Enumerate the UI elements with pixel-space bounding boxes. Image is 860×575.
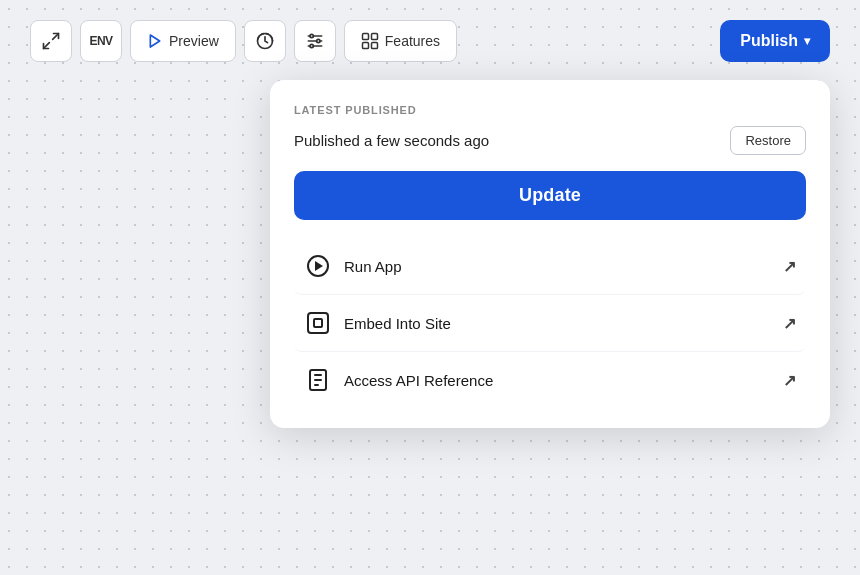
svg-rect-12 [362, 43, 368, 49]
embed-into-site-left: Embed Into Site [304, 309, 451, 337]
history-button[interactable] [244, 20, 286, 62]
run-app-left: Run App [304, 252, 402, 280]
access-api-reference-left: Access API Reference [304, 366, 493, 394]
play-circle-icon [304, 252, 332, 280]
publish-menu-list: Run App ↗ Embed Into Site ↗ [294, 238, 806, 408]
embed-arrow-icon: ↗ [783, 314, 796, 333]
svg-marker-2 [150, 35, 159, 47]
publish-button[interactable]: Publish ▾ [720, 20, 830, 62]
embed-into-site-label: Embed Into Site [344, 315, 451, 332]
preview-play-icon [147, 33, 163, 49]
settings-button[interactable] [294, 20, 336, 62]
run-app-item[interactable]: Run App ↗ [294, 238, 806, 295]
features-icon [361, 32, 379, 50]
update-button[interactable]: Update [294, 171, 806, 220]
publish-label: Publish [740, 32, 798, 50]
svg-rect-10 [362, 34, 368, 40]
run-app-arrow-icon: ↗ [783, 257, 796, 276]
history-icon [255, 31, 275, 51]
env-button[interactable]: ENV [80, 20, 122, 62]
api-reference-arrow-icon: ↗ [783, 371, 796, 390]
restore-button[interactable]: Restore [730, 126, 806, 155]
features-button[interactable]: Features [344, 20, 457, 62]
svg-point-8 [316, 39, 319, 42]
embed-icon [304, 309, 332, 337]
published-row: Published a few seconds ago Restore [294, 126, 806, 155]
env-label: ENV [89, 34, 112, 48]
svg-rect-13 [371, 43, 377, 49]
toolbar: ENV Preview Features [30, 20, 830, 62]
preview-label: Preview [169, 33, 219, 49]
access-api-reference-item[interactable]: Access API Reference ↗ [294, 352, 806, 408]
svg-point-9 [310, 44, 313, 47]
run-app-label: Run App [344, 258, 402, 275]
svg-line-1 [44, 43, 50, 49]
features-label: Features [385, 33, 440, 49]
doc-icon [304, 366, 332, 394]
preview-button[interactable]: Preview [130, 20, 236, 62]
publish-dropdown-panel: LATEST PUBLISHED Published a few seconds… [270, 80, 830, 428]
published-text: Published a few seconds ago [294, 132, 489, 149]
svg-rect-11 [371, 34, 377, 40]
embed-into-site-item[interactable]: Embed Into Site ↗ [294, 295, 806, 352]
settings-icon [305, 31, 325, 51]
screenshot-button[interactable] [30, 20, 72, 62]
svg-line-0 [53, 34, 59, 40]
svg-point-7 [310, 34, 313, 37]
access-api-reference-label: Access API Reference [344, 372, 493, 389]
latest-published-label: LATEST PUBLISHED [294, 104, 806, 116]
chevron-down-icon: ▾ [804, 34, 810, 48]
